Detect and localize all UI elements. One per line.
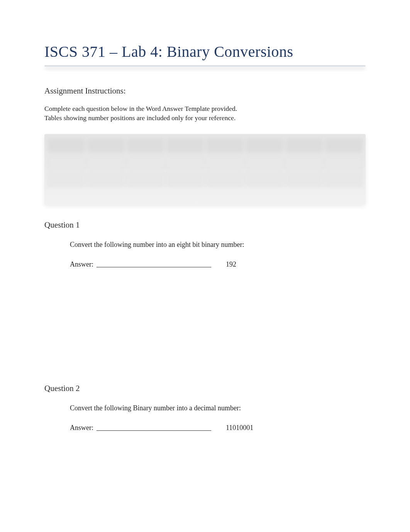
table-cell: [166, 156, 204, 170]
table-cell: [127, 139, 164, 153]
question-1-block: Question 1 Convert the following number …: [44, 220, 366, 269]
answer-label: Answer:: [70, 424, 93, 432]
instructions-text: Complete each question below in the Word…: [44, 104, 366, 122]
table-cell: [325, 156, 363, 170]
table-cell: [87, 156, 125, 170]
table-cell: [286, 139, 323, 153]
instructions-heading: Assignment Instructions:: [44, 86, 366, 96]
table-cell: [166, 139, 204, 153]
answer-label: Answer:: [70, 260, 93, 269]
table-cell: [47, 173, 85, 187]
table-cell: [286, 156, 323, 170]
table-cell: [286, 173, 323, 187]
instructions-line-1: Complete each question below in the Word…: [44, 104, 366, 114]
table-cell: [206, 173, 244, 187]
instructions-line-2: Tables showing number positions are incl…: [44, 114, 366, 123]
table-cell: [47, 139, 85, 153]
table-row: [47, 173, 363, 187]
question-2-prompt: Convert the following Binary number into…: [70, 404, 366, 412]
question-spacer: [44, 279, 366, 384]
table-cell: [246, 173, 283, 187]
table-cell: [127, 173, 164, 187]
table-cell: [127, 156, 164, 170]
answer-blank: _________________________________: [97, 260, 211, 269]
table-row: [47, 139, 363, 153]
table-cell: [206, 156, 244, 170]
question-2-block: Question 2 Convert the following Binary …: [44, 384, 366, 432]
table-cell: [246, 156, 283, 170]
question-2-answer-row: Answer: ________________________________…: [70, 424, 366, 432]
table-cell: [206, 139, 244, 153]
answer-value: 11010001: [226, 424, 253, 432]
reference-table-wrapper: [44, 134, 366, 205]
table-cell: [87, 139, 125, 153]
table-cell: [246, 139, 283, 153]
question-1-heading: Question 1: [44, 220, 366, 230]
answer-blank: _________________________________: [97, 424, 211, 432]
table-cell: [47, 156, 85, 170]
question-2-heading: Question 2: [44, 384, 366, 393]
answer-value: 192: [226, 260, 236, 269]
table-cell: [325, 139, 363, 153]
table-cell: [87, 173, 125, 187]
table-cell: [166, 173, 204, 187]
reference-table: [45, 136, 365, 190]
question-1-content: Convert the following number into an eig…: [44, 241, 366, 269]
table-row: [47, 156, 363, 170]
question-2-content: Convert the following Binary number into…: [44, 404, 366, 432]
title-underline: [44, 65, 366, 67]
question-1-prompt: Convert the following number into an eig…: [70, 241, 366, 249]
question-1-answer-row: Answer: ________________________________…: [70, 260, 366, 269]
page-title: ISCS 371 – Lab 4: Binary Conversions: [44, 42, 366, 61]
table-cell: [325, 173, 363, 187]
